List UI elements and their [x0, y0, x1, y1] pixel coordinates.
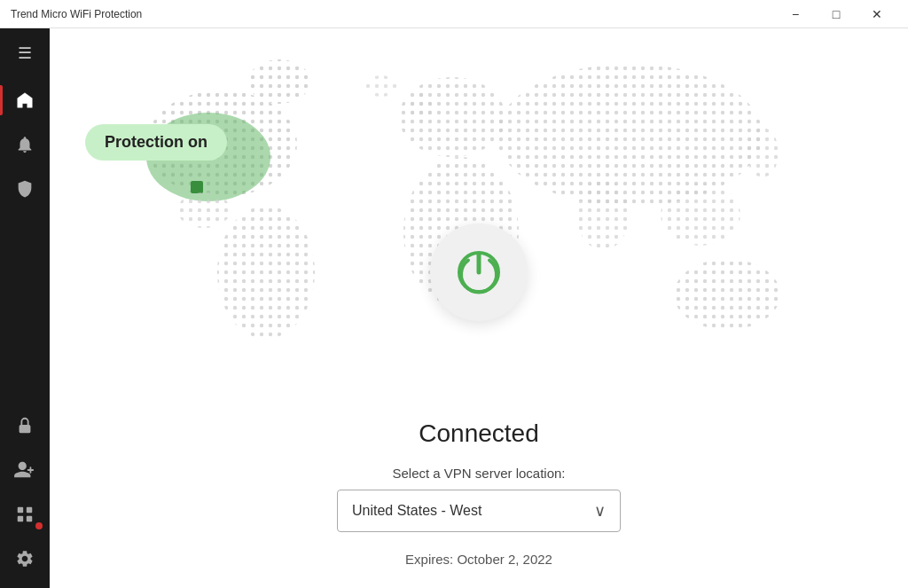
sidebar-item-lock[interactable] [0, 404, 50, 448]
app-title: Trend Micro WiFi Protection [11, 8, 775, 20]
sidebar-item-settings[interactable] [0, 537, 50, 581]
home-icon [15, 90, 35, 110]
svg-point-18 [747, 128, 779, 177]
svg-rect-1 [18, 507, 23, 513]
svg-point-16 [661, 184, 740, 246]
svg-point-17 [674, 259, 780, 330]
sidebar-item-add-user[interactable] [0, 448, 50, 492]
gear-icon [15, 549, 35, 568]
power-icon [452, 246, 505, 299]
svg-rect-4 [27, 516, 32, 521]
protection-badge: Protection on [85, 124, 227, 161]
sidebar-item-notifications[interactable] [0, 122, 50, 167]
vpn-label: Select a VPN server location: [392, 466, 565, 481]
bottom-content: Connected Select a VPN server location: … [50, 419, 908, 588]
svg-rect-0 [20, 425, 31, 433]
svg-rect-2 [27, 507, 32, 513]
sidebar: ☰ [0, 28, 50, 588]
close-button[interactable]: ✕ [857, 0, 897, 28]
maximize-button[interactable]: □ [816, 0, 857, 28]
svg-rect-3 [18, 516, 23, 521]
sidebar-item-grid[interactable] [0, 492, 50, 537]
grid-badge [35, 522, 43, 529]
main-content: Protection on Connected Select a VPN ser… [50, 28, 908, 588]
lock-icon [15, 416, 35, 435]
svg-point-19 [411, 92, 432, 121]
minimize-button[interactable]: − [775, 0, 816, 28]
sidebar-item-home[interactable] [0, 78, 50, 122]
protection-badge-text: Protection on [105, 133, 207, 151]
grid-icon [15, 505, 35, 524]
app-body: ☰ [0, 28, 908, 588]
chevron-down-icon: ∨ [594, 501, 606, 521]
svg-point-11 [217, 206, 315, 339]
connected-label: Connected [419, 419, 538, 448]
hamburger-icon: ☰ [18, 43, 32, 63]
expires-text: Expires: October 2, 2022 [405, 552, 552, 567]
sidebar-bottom [0, 404, 50, 588]
svg-point-10 [177, 192, 231, 228]
svg-point-15 [576, 179, 630, 250]
vpn-location-select[interactable]: United States - West ∨ [337, 490, 621, 532]
svg-point-20 [365, 75, 397, 97]
sidebar-item-shield[interactable] [0, 167, 50, 211]
hamburger-button[interactable]: ☰ [0, 35, 50, 71]
bell-icon [15, 135, 35, 154]
power-button[interactable] [430, 223, 528, 321]
add-user-icon [14, 460, 35, 480]
svg-point-7 [248, 59, 310, 104]
svg-point-14 [497, 64, 763, 206]
power-button-container [430, 223, 528, 321]
svg-rect-9 [191, 181, 203, 193]
shield-icon [15, 179, 35, 199]
vpn-selected-value: United States - West [352, 503, 594, 519]
window-controls: − □ ✕ [775, 0, 897, 28]
title-bar: Trend Micro WiFi Protection − □ ✕ [0, 0, 908, 28]
